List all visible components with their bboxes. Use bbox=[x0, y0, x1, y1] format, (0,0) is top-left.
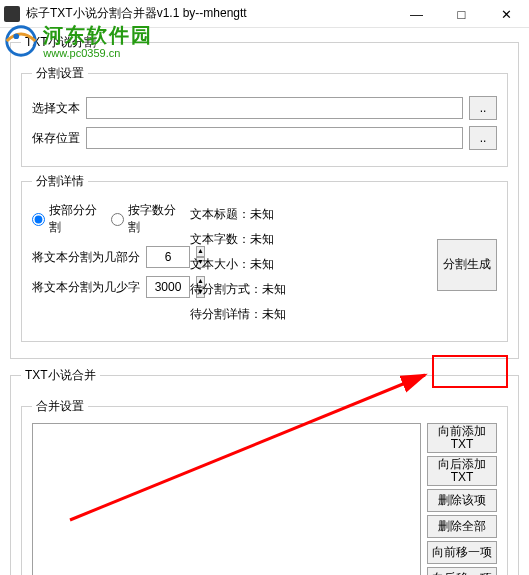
add-after-button[interactable]: 向后添加TXT bbox=[427, 456, 497, 486]
close-button[interactable]: ✕ bbox=[484, 0, 529, 28]
window-controls: — □ ✕ bbox=[394, 0, 529, 27]
split-detail-group: 分割详情 按部分分割 按字数分割 将文本分割为几部分 bbox=[21, 173, 508, 342]
delete-item-button[interactable]: 删除该项 bbox=[427, 489, 497, 512]
info-method: 待分割方式：未知 bbox=[190, 281, 429, 298]
count-label: 将文本分割为几少字 bbox=[32, 279, 140, 296]
info-words: 文本字数：未知 bbox=[190, 231, 429, 248]
merge-settings-legend: 合并设置 bbox=[32, 398, 88, 415]
split-settings-group: 分割设置 选择文本 .. 保存位置 .. bbox=[21, 65, 508, 167]
split-save-path-browse-button[interactable]: .. bbox=[469, 126, 497, 150]
maximize-button[interactable]: □ bbox=[439, 0, 484, 28]
move-up-button[interactable]: 向前移一项 bbox=[427, 541, 497, 564]
merge-group: TXT小说合并 合并设置 向前添加TXT 向后添加TXT 删除该项 删除全部 向… bbox=[10, 367, 519, 575]
app-icon bbox=[4, 6, 20, 22]
radio-by-count-input[interactable] bbox=[111, 213, 124, 226]
split-generate-button[interactable]: 分割生成 bbox=[437, 239, 497, 291]
radio-by-part[interactable]: 按部分分割 bbox=[32, 202, 103, 236]
split-save-path-label: 保存位置 bbox=[32, 130, 80, 147]
select-text-input[interactable] bbox=[86, 97, 463, 119]
info-size: 文本大小：未知 bbox=[190, 256, 429, 273]
info-title: 文本标题：未知 bbox=[190, 206, 429, 223]
merge-listbox[interactable] bbox=[32, 423, 421, 575]
split-legend: TXT小说分割 bbox=[21, 34, 100, 51]
merge-legend: TXT小说合并 bbox=[21, 367, 100, 384]
info-detail: 待分割详情：未知 bbox=[190, 306, 429, 323]
radio-by-count[interactable]: 按字数分割 bbox=[111, 202, 182, 236]
minimize-button[interactable]: — bbox=[394, 0, 439, 28]
window-titlebar: 棕子TXT小说分割合并器v1.1 by--mhengtt — □ ✕ bbox=[0, 0, 529, 28]
count-input[interactable] bbox=[146, 276, 190, 298]
split-group: TXT小说分割 分割设置 选择文本 .. 保存位置 .. 分割详情 bbox=[10, 34, 519, 359]
radio-by-part-input[interactable] bbox=[32, 213, 45, 226]
split-detail-legend: 分割详情 bbox=[32, 173, 88, 190]
delete-all-button[interactable]: 删除全部 bbox=[427, 515, 497, 538]
window-title: 棕子TXT小说分割合并器v1.1 by--mhengtt bbox=[26, 5, 394, 22]
select-text-browse-button[interactable]: .. bbox=[469, 96, 497, 120]
add-before-button[interactable]: 向前添加TXT bbox=[427, 423, 497, 453]
move-down-button[interactable]: 向后移一项 bbox=[427, 567, 497, 575]
parts-input[interactable] bbox=[146, 246, 190, 268]
select-text-label: 选择文本 bbox=[32, 100, 80, 117]
parts-label: 将文本分割为几部分 bbox=[32, 249, 140, 266]
split-settings-legend: 分割设置 bbox=[32, 65, 88, 82]
merge-settings-group: 合并设置 向前添加TXT 向后添加TXT 删除该项 删除全部 向前移一项 向后移… bbox=[21, 398, 508, 575]
split-save-path-input[interactable] bbox=[86, 127, 463, 149]
